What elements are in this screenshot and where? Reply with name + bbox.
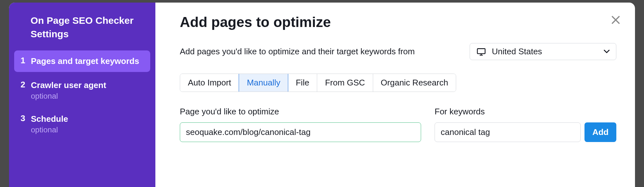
form-group-keywords: For keywords Add [435, 107, 616, 142]
page-input[interactable] [180, 122, 421, 142]
description-text: Add pages you'd like to optimize and the… [180, 47, 415, 57]
sidebar-step-schedule[interactable]: 3 Schedule optional [14, 108, 150, 139]
step-optional: optional [31, 92, 106, 101]
tab-organic-research[interactable]: Organic Research [373, 74, 456, 92]
step-number: 1 [21, 56, 31, 67]
tab-manually[interactable]: Manually [239, 74, 288, 92]
step-optional: optional [31, 125, 68, 134]
step-number: 2 [21, 80, 31, 101]
tab-file[interactable]: File [288, 74, 317, 92]
close-icon [610, 14, 621, 26]
svg-rect-2 [477, 49, 485, 54]
form-row: Page you'd like to optimize For keywords… [180, 107, 616, 142]
sidebar: On Page SEO Checker Settings 1 Pages and… [9, 3, 155, 187]
step-label: Pages and target keywords [31, 56, 139, 67]
form-group-page: Page you'd like to optimize [180, 107, 421, 142]
step-number: 3 [21, 113, 31, 134]
tab-from-gsc[interactable]: From GSC [317, 74, 373, 92]
source-tabs: Auto Import Manually File From GSC Organ… [180, 74, 456, 92]
country-select[interactable]: United States [470, 43, 616, 60]
add-button[interactable]: Add [584, 122, 616, 142]
chevron-down-icon [604, 49, 610, 55]
step-label: Schedule [31, 113, 68, 125]
sidebar-step-pages-keywords[interactable]: 1 Pages and target keywords [14, 50, 150, 72]
sidebar-step-crawler-agent[interactable]: 2 Crawler user agent optional [14, 75, 150, 106]
header-row: Add pages you'd like to optimize and the… [180, 43, 616, 60]
step-label: Crawler user agent [31, 80, 106, 91]
country-label: United States [492, 47, 604, 57]
close-button[interactable] [610, 14, 621, 26]
sidebar-title: On Page SEO Checker Settings [14, 14, 150, 41]
page-title: Add pages to optimize [180, 14, 616, 30]
keywords-label: For keywords [435, 107, 616, 117]
main-content: Add pages to optimize Add pages you'd li… [155, 3, 635, 187]
settings-modal: On Page SEO Checker Settings 1 Pages and… [9, 3, 635, 187]
page-label: Page you'd like to optimize [180, 107, 421, 117]
tab-auto-import[interactable]: Auto Import [180, 74, 239, 92]
keywords-input[interactable] [435, 122, 581, 142]
desktop-icon [476, 48, 486, 56]
